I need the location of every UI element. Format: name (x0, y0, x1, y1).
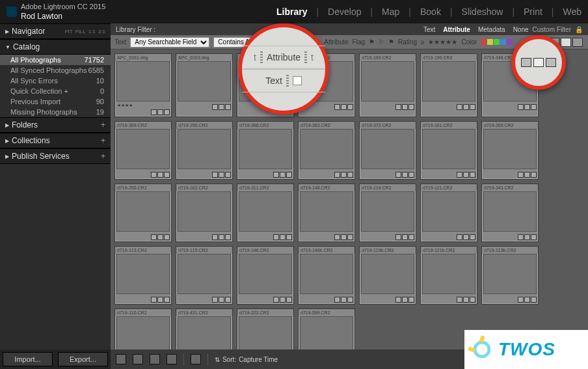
badge-icon[interactable] (219, 172, 224, 178)
add-icon[interactable]: + (101, 120, 105, 130)
badge-icon[interactable] (151, 234, 157, 240)
loupe-view-button[interactable] (133, 354, 143, 364)
survey-view-button[interactable] (167, 354, 177, 364)
badge-icon[interactable] (395, 104, 401, 110)
badge-icon[interactable] (463, 297, 469, 303)
badge-icon[interactable] (219, 104, 224, 110)
thumbnail-image[interactable] (483, 129, 537, 169)
badge-icon[interactable] (457, 172, 462, 178)
badge-icon[interactable] (463, 104, 469, 110)
module-book[interactable]: Book (420, 7, 441, 17)
rating-op[interactable]: ≥ (421, 38, 425, 46)
thumbnail-cell[interactable]: d719-115.CR2 (176, 246, 233, 305)
thumbnail-cell[interactable]: d719-280.CR2 (237, 121, 294, 180)
thumbnail-image[interactable] (361, 129, 414, 169)
folders-header[interactable]: ▶ Folders + (0, 117, 111, 133)
badge-icon[interactable] (157, 109, 163, 115)
grid-view[interactable]: APC_0161.dng★★★★APC_0163.dngd719-141.CR2… (111, 49, 588, 349)
badge-icon[interactable] (395, 234, 401, 240)
thumbnail-image[interactable] (239, 254, 292, 294)
badge-icon[interactable] (341, 234, 347, 240)
thumbnail-image[interactable] (422, 191, 475, 232)
badge-icon[interactable] (280, 172, 286, 178)
badge-icon[interactable] (212, 172, 218, 178)
thumbnail-cell[interactable]: d719-431.CR2 (176, 308, 233, 349)
badge-icon[interactable] (157, 172, 163, 178)
thumbnail-image[interactable] (116, 316, 170, 349)
thumbnail-cell[interactable]: d719-121.CR2 (420, 184, 477, 242)
add-icon[interactable]: + (101, 152, 105, 161)
badge-icon[interactable] (457, 234, 462, 240)
add-icon[interactable]: + (101, 136, 105, 145)
filter-tab-none[interactable]: None (513, 26, 529, 33)
export-button[interactable]: Export... (58, 352, 108, 366)
badge-icon[interactable] (524, 297, 530, 303)
module-print[interactable]: Print (524, 7, 542, 17)
badge-icon[interactable] (334, 234, 340, 240)
thumbnail-image[interactable] (239, 129, 292, 169)
badge-icon[interactable] (341, 172, 347, 178)
thumbnail-cell[interactable]: APC_0163.dng (176, 53, 233, 117)
badge-icon[interactable] (524, 234, 530, 240)
badge-icon[interactable] (280, 234, 286, 240)
badge-icon[interactable] (531, 297, 537, 303)
thumbnail-cell[interactable]: d719-099.CR2 (298, 308, 355, 349)
thumbnail-cell[interactable]: d719-119.CR2 (359, 184, 416, 242)
filter-tab-metadata[interactable]: Metadata (478, 26, 505, 33)
thumbnail-image[interactable] (239, 316, 292, 349)
thumbnail-image[interactable] (361, 61, 414, 102)
catalog-row[interactable]: Missing Photographs19 (0, 107, 111, 117)
loupe-view-icon[interactable] (561, 38, 571, 47)
navigator-zoom-opts[interactable]: FITFILL1:12:1 (65, 29, 105, 34)
badge-icon[interactable] (524, 104, 530, 110)
thumbnail-image[interactable] (422, 254, 475, 294)
compare-view-icon[interactable] (572, 38, 583, 47)
thumbnail-image[interactable] (116, 61, 170, 102)
thumbnail-image[interactable] (239, 191, 292, 232)
thumbnail-image[interactable] (178, 254, 231, 294)
thumbnail-cell[interactable]: d719-269.CR2 (481, 121, 539, 180)
badge-icon[interactable] (457, 104, 462, 110)
thumbnail-cell[interactable]: d719-250.CR2 (114, 184, 172, 242)
badge-icon[interactable] (518, 104, 524, 110)
collections-header[interactable]: ▶ Collections + (0, 133, 111, 148)
badge-icon[interactable] (531, 234, 537, 240)
badge-icon[interactable] (531, 172, 537, 178)
badge-icon[interactable] (408, 104, 414, 110)
thumbnail-image[interactable] (422, 61, 475, 102)
thumbnail-image[interactable] (178, 61, 231, 102)
thumbnail-cell[interactable]: d719-372.CR2 (359, 121, 416, 180)
badge-icon[interactable] (347, 297, 353, 303)
import-button[interactable]: Import... (3, 352, 53, 366)
thumbnail-image[interactable] (300, 129, 353, 169)
badge-icon[interactable] (273, 234, 279, 240)
flag-unflagged-icon[interactable]: ⚐ (379, 38, 384, 46)
badge-icon[interactable] (151, 172, 157, 178)
flag-rejected-icon[interactable]: ⚑ (388, 38, 394, 46)
badge-icon[interactable] (157, 297, 163, 303)
thumbnail-cell[interactable]: APC_0161.dng★★★★ (114, 53, 172, 117)
badge-icon[interactable] (212, 297, 218, 303)
badge-icon[interactable] (518, 234, 524, 240)
badge-icon[interactable] (408, 172, 414, 178)
badge-icon[interactable] (531, 104, 537, 110)
badge-icon[interactable] (225, 297, 231, 303)
grid-view-button[interactable] (116, 354, 126, 364)
badge-icon[interactable] (219, 297, 224, 303)
badge-icon[interactable] (463, 172, 469, 178)
thumbnail-image[interactable] (422, 129, 475, 169)
rating-stars[interactable]: ★★★★★ (428, 38, 457, 46)
searchable-field-select[interactable]: Any Searchable Field (130, 37, 209, 48)
badge-icon[interactable] (157, 234, 163, 240)
badge-icon[interactable] (225, 172, 231, 178)
flag-picked-icon[interactable]: ⚑ (369, 38, 375, 46)
thumbnail-cell[interactable]: d719-146.CR2 (237, 246, 294, 305)
thumbnail-image[interactable] (116, 129, 170, 169)
badge-icon[interactable] (402, 104, 408, 110)
badge-icon[interactable] (286, 297, 292, 303)
thumbnail-image[interactable] (178, 129, 231, 169)
catalog-header[interactable]: ▼ Catalog (0, 39, 111, 55)
module-slideshow[interactable]: Slideshow (462, 7, 503, 17)
thumbnail-image[interactable] (483, 254, 537, 294)
badge-icon[interactable] (470, 172, 475, 178)
